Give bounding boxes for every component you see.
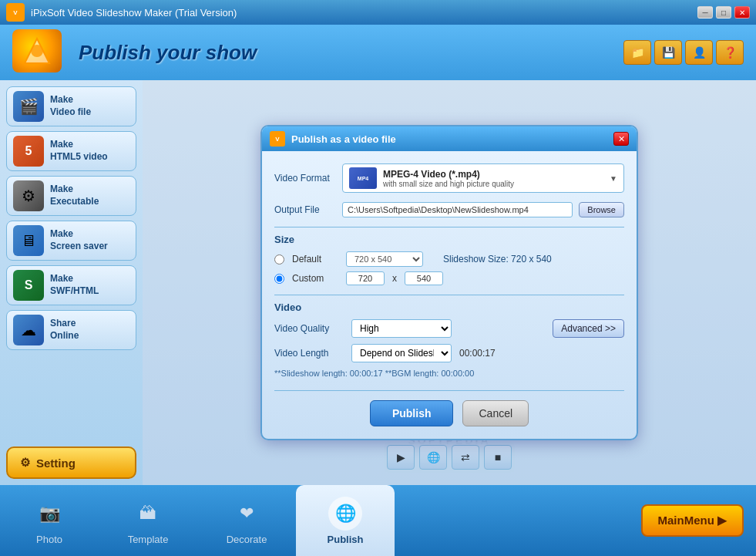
custom-height-input[interactable] [405, 271, 443, 285]
tab-decorate-label: Decorate [227, 534, 267, 545]
header-logo [12, 29, 66, 76]
sidebar-item-share[interactable]: ☁ ShareOnline [6, 310, 136, 350]
tab-decorate[interactable]: ❤ Decorate [197, 485, 296, 556]
slideshow-size-label: Slideshow Size: 720 x 540 [443, 254, 552, 265]
custom-size-row: Custom x [274, 271, 624, 285]
dialog-publish-button[interactable]: Publish [370, 400, 454, 426]
custom-width-input[interactable] [346, 271, 385, 285]
app-logo: V [6, 3, 25, 22]
html5-icon: 5 [13, 136, 44, 167]
divider-2 [274, 295, 624, 295]
tab-photo[interactable]: 📷 Photo [0, 485, 99, 556]
publish-tab-icon: 🌐 [328, 497, 362, 531]
sidebar-label-video: MakeVideo file [50, 94, 91, 118]
video-icon: 🎬 [13, 91, 44, 122]
main-content: 🎬 MakeVideo file 5 MakeHTML5 video ⚙ Mak… [0, 80, 756, 485]
dialog-buttons: Publish Cancel [274, 390, 624, 426]
format-dropdown-arrow: ▼ [610, 174, 617, 183]
page-title: Publish your show [79, 41, 257, 65]
default-size-label: Default [292, 254, 338, 265]
work-area: V Publish as a video file ✕ Video Format… [143, 80, 756, 485]
setting-label: Setting [36, 457, 76, 470]
main-menu-button[interactable]: MainMenu ▶ [641, 504, 744, 537]
tab-publish-label: Publish [328, 534, 364, 545]
default-size-dropdown[interactable]: 720 x 540 [346, 251, 423, 267]
dialog-titlebar: V Publish as a video file ✕ [262, 126, 637, 151]
tab-publish[interactable]: 🌐 Publish [296, 485, 395, 556]
length-time: 00:00:17 [459, 348, 496, 359]
quality-row: Video Quality High Low Medium Highest Ad… [274, 319, 624, 338]
video-section: Video Video Quality High Low Medium High… [274, 302, 624, 378]
close-button[interactable]: ✕ [734, 6, 750, 19]
folder-button[interactable]: 📁 [623, 40, 651, 65]
logo-image [12, 29, 62, 72]
sidebar-label-share: ShareOnline [50, 318, 79, 342]
tab-template[interactable]: 🏔 Template [99, 485, 197, 556]
output-row: Output File Browse [274, 202, 624, 217]
maximize-button[interactable]: □ [716, 6, 731, 19]
advanced-button[interactable]: Advanced >> [553, 319, 624, 338]
length-dropdown[interactable]: Depend on Slideshow [351, 344, 452, 362]
header-toolbar: 📁 💾 👤 ❓ [623, 40, 744, 65]
user-button[interactable]: 👤 [685, 40, 713, 65]
help-button[interactable]: ❓ [716, 40, 744, 65]
default-size-radio[interactable] [274, 254, 284, 265]
svg-point-1 [31, 45, 43, 57]
dialog-close-button[interactable]: ✕ [613, 132, 629, 146]
minimize-button[interactable]: ─ [697, 6, 713, 19]
publish-dialog: V Publish as a video file ✕ Video Format… [260, 125, 638, 440]
dialog-cancel-button[interactable]: Cancel [462, 400, 529, 426]
sidebar-label-screen: MakeScreen saver [50, 228, 108, 252]
sidebar: 🎬 MakeVideo file 5 MakeHTML5 video ⚙ Mak… [0, 80, 143, 485]
sidebar-label-swf: MakeSWF/HTML [50, 273, 99, 297]
template-tab-icon: 🏔 [131, 497, 165, 531]
video-header: Video [274, 302, 624, 313]
length-row: Video Length Depend on Slideshow 00:00:1… [274, 344, 624, 362]
size-x-separator: x [392, 273, 397, 284]
output-label: Output File [274, 204, 336, 215]
quality-dropdown[interactable]: High Low Medium Highest [351, 319, 452, 338]
custom-size-radio[interactable] [274, 274, 284, 284]
swf-icon: S [13, 270, 44, 301]
window-controls: ─ □ ✕ [697, 6, 750, 19]
tab-template-label: Template [128, 534, 169, 545]
custom-size-label: Custom [292, 273, 338, 284]
bottom-tabs: 📷 Photo 🏔 Template ❤ Decorate 🌐 Publish … [0, 485, 756, 556]
output-input[interactable] [342, 202, 573, 217]
exec-icon: ⚙ [13, 180, 44, 211]
size-section: Size Default 720 x 540 Slideshow Size: 7… [274, 234, 624, 285]
size-header: Size [274, 234, 624, 245]
format-row: Video Format MP4 MPEG-4 Video (*.mp4) wi… [274, 163, 624, 193]
app-title: iPixSoft Video Slideshow Maker (Trial Ve… [31, 7, 697, 19]
setting-button[interactable]: ⚙ Setting [6, 446, 136, 479]
quality-label: Video Quality [274, 323, 344, 334]
sidebar-item-video[interactable]: 🎬 MakeVideo file [6, 86, 136, 126]
header: Publish your show 📁 💾 👤 ❓ [0, 25, 756, 80]
modal-overlay: V Publish as a video file ✕ Video Format… [143, 80, 756, 485]
browse-button[interactable]: Browse [579, 202, 624, 217]
sidebar-item-swf[interactable]: S MakeSWF/HTML [6, 265, 136, 305]
format-selector[interactable]: MP4 MPEG-4 Video (*.mp4) with small size… [342, 163, 624, 193]
titlebar: V iPixSoft Video Slideshow Maker (Trial … [0, 0, 756, 25]
slideshow-info: **Slideshow length: 00:00:17 **BGM lengt… [274, 369, 624, 378]
default-size-row: Default 720 x 540 Slideshow Size: 720 x … [274, 251, 624, 267]
dialog-logo-icon: V [270, 131, 285, 147]
screen-icon: 🖥 [13, 225, 44, 256]
sidebar-label-html5: MakeHTML5 video [50, 139, 108, 163]
save-button[interactable]: 💾 [654, 40, 682, 65]
sidebar-label-exec: MakeExecutable [50, 184, 99, 207]
decorate-tab-icon: ❤ [230, 497, 264, 531]
sidebar-item-screen[interactable]: 🖥 MakeScreen saver [6, 221, 136, 261]
format-info: MPEG-4 Video (*.mp4) with small size and… [383, 169, 603, 188]
format-desc: with small size and high picture quality [383, 180, 603, 188]
share-icon: ☁ [13, 315, 44, 345]
tab-photo-label: Photo [36, 534, 62, 545]
mp4-icon: MP4 [349, 167, 377, 189]
sidebar-item-exec[interactable]: ⚙ MakeExecutable [6, 176, 136, 216]
format-label: Video Format [274, 173, 336, 184]
length-label: Video Length [274, 348, 344, 359]
divider-1 [274, 227, 624, 227]
format-name: MPEG-4 Video (*.mp4) [383, 169, 603, 180]
gear-icon: ⚙ [20, 456, 30, 470]
sidebar-item-html5[interactable]: 5 MakeHTML5 video [6, 131, 136, 171]
